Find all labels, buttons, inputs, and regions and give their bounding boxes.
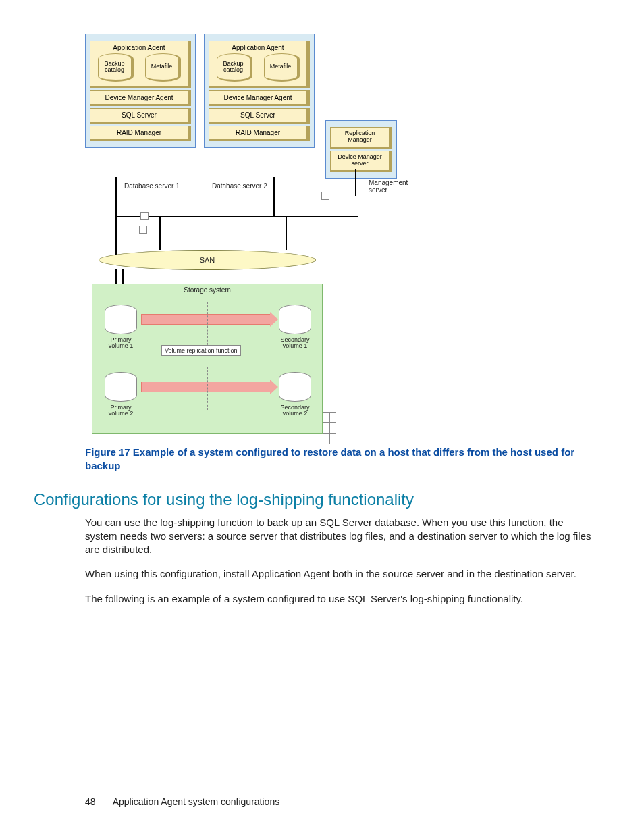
app-agent-1: Application Agent Backup catalog Metafil… xyxy=(90,41,191,88)
section-heading: Configurations for using the log-shippin… xyxy=(34,490,610,509)
db-server-1-group: Application Agent Backup catalog Metafil… xyxy=(85,34,196,148)
dm-agent-2: Device Manager Agent xyxy=(209,90,310,106)
raid-manager-2: RAID Manager xyxy=(209,126,310,141)
paragraph-2: When using this configuration, install A… xyxy=(85,567,598,581)
metafile-1: Metafile xyxy=(145,53,181,82)
db-server-2-label: Database server 2 xyxy=(212,182,267,190)
sv1-label: Secondary volume 1 xyxy=(276,337,314,350)
db-server-2-group: Application Agent Backup catalog Metafil… xyxy=(204,34,315,148)
disk-array-icon xyxy=(323,412,342,432)
db-server-1-label: Database server 1 xyxy=(124,182,180,190)
replication-manager: Replication Manager xyxy=(330,127,392,149)
device-manager-server: Device Manager server xyxy=(330,151,392,172)
secondary-volume-2 xyxy=(279,372,311,402)
storage-system: Storage system Primary volume 1 Secondar… xyxy=(92,284,323,434)
page-footer: 48 Application Agent system configuratio… xyxy=(85,796,279,807)
paragraph-1: You can use the log-shipping function to… xyxy=(85,516,598,557)
primary-volume-2 xyxy=(105,372,137,402)
chapter-title: Application Agent system configurations xyxy=(113,796,279,807)
app-agent-2: Application Agent Backup catalog Metafil… xyxy=(209,41,310,88)
replication-arrow-2 xyxy=(141,382,271,392)
sv2-label: Secondary volume 2 xyxy=(276,405,314,417)
primary-volume-1 xyxy=(105,305,137,334)
dm-agent-1: Device Manager Agent xyxy=(90,90,191,106)
raid-manager-1: RAID Manager xyxy=(90,126,191,141)
san-cloud: SAN xyxy=(99,250,316,270)
sql-server-2: SQL Server xyxy=(209,108,310,124)
metafile-2: Metafile xyxy=(264,53,300,82)
volume-replication-function: Volume replication function xyxy=(161,345,241,356)
secondary-volume-1 xyxy=(279,305,311,334)
app-agent-2-label: Application Agent xyxy=(211,44,305,51)
pv2-label: Primary volume 2 xyxy=(102,405,140,417)
management-label: Management server xyxy=(369,179,416,194)
pv1-label: Primary volume 1 xyxy=(102,337,140,350)
figure-caption: Figure 17 Example of a system configured… xyxy=(85,446,598,473)
app-agent-1-label: Application Agent xyxy=(92,44,186,51)
backup-catalog-1: Backup catalog xyxy=(98,53,134,82)
management-group: Replication Manager Device Manager serve… xyxy=(325,120,397,179)
backup-catalog-2: Backup catalog xyxy=(217,53,252,82)
sql-server-1: SQL Server xyxy=(90,108,191,124)
paragraph-3: The following is an example of a system … xyxy=(85,592,598,606)
storage-title: Storage system xyxy=(92,284,322,294)
page-number: 48 xyxy=(85,796,96,807)
replication-arrow-1 xyxy=(141,314,271,325)
system-diagram: Application Agent Backup catalog Metafil… xyxy=(85,34,423,432)
